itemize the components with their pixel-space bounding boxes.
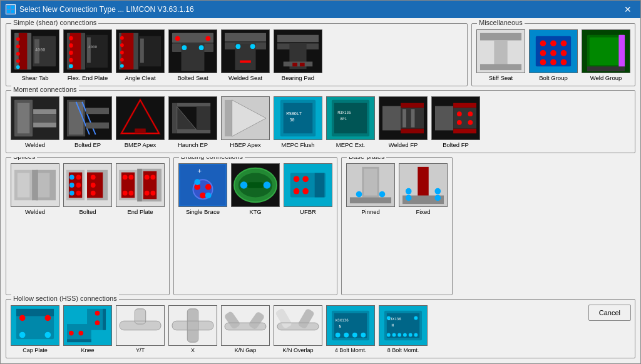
bolt-group-item[interactable]: Bolt Group — [528, 29, 578, 82]
bearing-pad-thumb — [274, 29, 322, 73]
ufbr-item[interactable]: UFBR — [283, 163, 333, 216]
svg-rect-124 — [453, 129, 476, 134]
cancel-button[interactable]: Cancel — [588, 305, 631, 321]
four-bolt-momt-item[interactable]: W3X136 N 4 Bolt Momt. — [326, 305, 376, 354]
svg-point-212 — [78, 331, 83, 336]
svg-point-205 — [45, 315, 51, 321]
main-window: Select New Connection Type ... LIMCON V3… — [0, 0, 641, 364]
single-brace-item[interactable]: + Single Brace — [178, 163, 228, 216]
misc-items: Stiff Seat — [476, 29, 631, 82]
flex-end-plate-item[interactable]: 4000 Flex. End Plate — [63, 29, 113, 82]
moment-welded-item[interactable]: Welded — [10, 96, 60, 149]
svg-point-153 — [123, 174, 128, 179]
titlebar-controls: ✕ — [620, 3, 635, 16]
pinned-label: Pinned — [361, 208, 380, 215]
moment-section: Moment connections Welded — [6, 90, 635, 153]
ktg-label: KTG — [249, 208, 262, 215]
svg-rect-189 — [350, 197, 391, 203]
pinned-item[interactable]: Pinned — [346, 163, 396, 216]
close-button[interactable]: ✕ — [620, 3, 635, 16]
splice-bolted-item[interactable]: Bolted — [63, 163, 113, 216]
simple-section: Simple (shear) connections — [6, 23, 468, 86]
svg-point-142 — [76, 174, 81, 179]
eight-bolt-momt-item[interactable]: W3X136 N — [378, 305, 428, 354]
weld-group-item[interactable]: Weld Group — [581, 29, 631, 82]
bmep-apex-item[interactable]: BMEP Apex — [115, 96, 165, 149]
svg-point-198 — [434, 195, 441, 201]
svg-point-126 — [457, 111, 462, 116]
svg-point-190 — [356, 191, 362, 198]
shear-tab-item[interactable]: 4000 Shear Tab — [10, 29, 60, 82]
fixed-label: Fixed — [416, 208, 430, 215]
svg-rect-35 — [140, 39, 144, 63]
ufbr-label: UFBR — [300, 208, 316, 215]
top-row: Simple (shear) connections — [6, 23, 635, 86]
baseplates-section: Base plates — [341, 157, 453, 295]
splice-bolted-label: Bolted — [79, 208, 96, 215]
svg-rect-94 — [135, 129, 145, 134]
welded-seat-item[interactable]: Welded Seat — [220, 29, 270, 82]
bearing-pad-item[interactable]: Bearing Pad — [273, 29, 323, 82]
svg-rect-185 — [315, 173, 325, 198]
svg-point-128 — [457, 120, 462, 125]
splice-end-plate-thumb — [116, 163, 165, 207]
svg-point-250 — [392, 333, 396, 337]
haunch-ep-item[interactable]: Haunch EP — [168, 96, 218, 149]
svg-point-155 — [129, 174, 134, 179]
svg-rect-97 — [177, 103, 210, 107]
svg-rect-82 — [33, 123, 56, 128]
svg-rect-31 — [120, 51, 124, 54]
svg-text:30: 30 — [289, 118, 294, 123]
svg-point-254 — [414, 333, 418, 337]
pinned-thumb — [346, 163, 395, 207]
kn-overlap-item[interactable]: K/N Overlap — [273, 305, 323, 354]
svg-point-139 — [69, 174, 74, 179]
bolted-seat-thumb — [168, 29, 217, 73]
bolted-fp-item[interactable]: Bolted FP — [431, 96, 481, 149]
svg-point-204 — [19, 315, 26, 321]
fixed-item[interactable]: Fixed — [398, 163, 448, 216]
welded-fp-item[interactable]: Welded FP — [378, 96, 428, 149]
bolt-group-thumb — [529, 29, 578, 73]
svg-point-202 — [19, 332, 26, 338]
yt-thumb — [116, 305, 165, 346]
angle-cleat-item[interactable]: Angle Cleat — [115, 29, 165, 82]
svg-point-241 — [344, 333, 349, 338]
mepc-flush-item[interactable]: MSBOLT 30 MEPC Flush — [273, 96, 323, 149]
svg-point-141 — [69, 191, 74, 196]
svg-rect-30 — [120, 43, 124, 47]
four-bolt-momt-thumb: W3X136 N — [326, 305, 375, 346]
svg-rect-6 — [19, 33, 28, 69]
svg-point-182 — [302, 176, 309, 182]
x-item[interactable]: X — [168, 305, 218, 354]
angle-cleat-thumb — [116, 29, 165, 73]
svg-rect-19 — [69, 43, 73, 48]
knee-item[interactable]: Knee — [63, 305, 113, 354]
splice-welded-item[interactable]: Welded — [10, 163, 60, 216]
splice-end-plate-item[interactable]: End Plate — [115, 163, 165, 216]
svg-point-240 — [336, 333, 341, 338]
cap-plate-item[interactable]: Cap Plate — [10, 305, 60, 354]
svg-point-163 — [151, 191, 156, 196]
four-bolt-momt-label: 4 Bolt Momt. — [335, 347, 367, 353]
baseplates-items: Pinned — [346, 163, 448, 216]
titlebar: Select New Connection Type ... LIMCON V3… — [1, 1, 640, 18]
svg-rect-123 — [453, 103, 476, 108]
yt-item[interactable]: Y/T — [115, 305, 165, 354]
svg-rect-111 — [334, 103, 367, 134]
bolted-ep-item[interactable]: Bolted EP — [63, 96, 113, 149]
bolted-seat-item[interactable]: Bolted Seat — [168, 29, 218, 82]
stiff-seat-item[interactable]: Stiff Seat — [476, 29, 526, 82]
svg-rect-86 — [69, 102, 83, 134]
svg-text:N: N — [392, 323, 394, 327]
kn-gap-item[interactable]: K/N Gap — [220, 305, 270, 354]
splices-section-title: Splices — [11, 157, 37, 160]
mepc-ext-item[interactable]: M3X136 8P1 MEPC Ext. — [326, 96, 376, 149]
cap-plate-thumb — [11, 305, 59, 346]
svg-rect-33 — [120, 64, 124, 68]
ktg-item[interactable]: KTG — [230, 163, 280, 216]
haunch-ep-thumb — [168, 96, 217, 140]
bmep-apex-thumb — [116, 96, 165, 140]
svg-point-191 — [379, 191, 386, 198]
hbep-apex-item[interactable]: HBEP Apex — [220, 96, 270, 149]
